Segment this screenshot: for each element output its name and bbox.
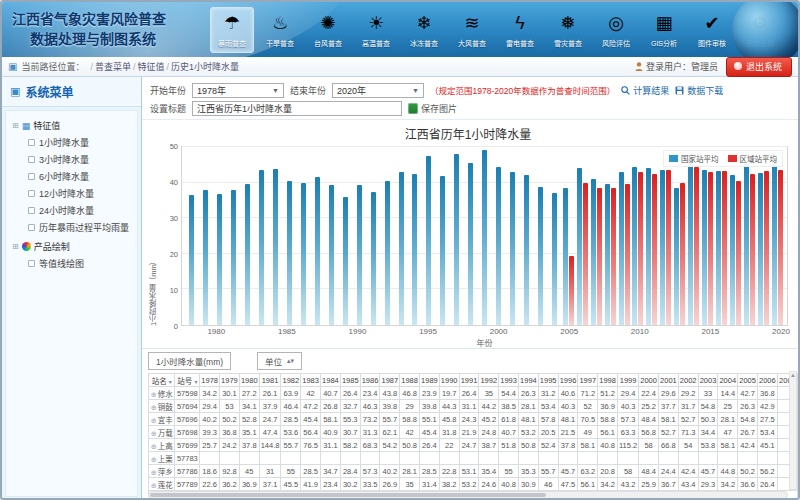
bar-regional-2016[interactable] — [722, 171, 727, 325]
table-row-57699[interactable]: ⊕上高5769925.724.237.8144.855.776.531.158.… — [149, 439, 798, 452]
bar-regional-2012[interactable] — [666, 170, 671, 325]
bar-national-1993[interactable] — [399, 172, 404, 325]
tree-item-0-1[interactable]: 3小时降水量 — [10, 151, 133, 168]
col-header-year-1987[interactable]: 1987 — [380, 374, 400, 387]
tree-item-0-0[interactable]: 1小时降水量 — [10, 134, 133, 151]
toolbar-item-high-temp[interactable]: ☀高温普查 — [354, 7, 398, 53]
toolbar-item-snow[interactable]: ❅雪灾普查 — [546, 7, 590, 53]
toolbar-item-gis[interactable]: ▦GIS分析 — [642, 7, 686, 53]
table-row-57698[interactable]: ⊕万载5769839.336.835.147.453.656.440.930.7… — [149, 426, 798, 439]
col-header-year-1978[interactable]: 1978 — [200, 374, 220, 387]
bar-national-2017[interactable] — [730, 175, 735, 325]
col-header-year-2006[interactable]: 2006 — [757, 374, 777, 387]
vertical-scrollbar[interactable]: ▲ — [789, 371, 797, 490]
bar-national-2009[interactable] — [619, 172, 624, 325]
bar-regional-2007[interactable] — [597, 188, 602, 325]
bar-national-2020[interactable] — [772, 158, 777, 325]
col-header-year-1992[interactable]: 1992 — [479, 374, 499, 387]
bar-national-2002[interactable] — [524, 175, 529, 325]
station-name-cell[interactable]: ⊕修水 — [149, 387, 175, 400]
col-header-station-id[interactable]: 站号 ▾ — [175, 374, 200, 387]
bar-national-1999[interactable] — [482, 150, 487, 326]
bar-national-2007[interactable] — [591, 179, 596, 325]
bar-regional-2006[interactable] — [583, 183, 588, 325]
bar-national-1995[interactable] — [426, 156, 431, 325]
expand-row-icon[interactable]: ⊕ — [151, 456, 157, 463]
bar-regional-2017[interactable] — [736, 181, 741, 325]
bar-national-1980[interactable] — [217, 194, 222, 325]
calc-result-button[interactable]: 计算结果 — [621, 84, 669, 97]
toolbar-item-wind[interactable]: ≋大风普查 — [450, 7, 494, 53]
bar-national-2008[interactable] — [605, 184, 610, 325]
bar-national-2019[interactable] — [758, 173, 763, 325]
bar-national-1997[interactable] — [454, 154, 459, 325]
bar-national-1989[interactable] — [343, 197, 348, 325]
checkbox-icon[interactable] — [28, 207, 35, 214]
col-header-year-1980[interactable]: 1980 — [239, 374, 259, 387]
precip-type-filter[interactable]: 1小时降水量(mm) — [148, 352, 231, 370]
col-header-year-1985[interactable]: 1985 — [340, 374, 360, 387]
checkbox-icon[interactable] — [28, 260, 35, 267]
chart-title-input[interactable] — [192, 101, 402, 116]
bar-national-1990[interactable] — [357, 185, 362, 325]
table-row-57789[interactable]: ⊕莲花5778922.636.236.937.145.541.923.430.2… — [149, 478, 798, 491]
bar-national-1996[interactable] — [440, 176, 445, 325]
col-header-year-1984[interactable]: 1984 — [321, 374, 341, 387]
bar-national-1981[interactable] — [231, 190, 236, 325]
col-header-year-2005[interactable]: 2005 — [738, 374, 758, 387]
bar-national-1984[interactable] — [273, 169, 278, 325]
expand-row-icon[interactable]: ⊕ — [151, 417, 157, 424]
col-header-year-2000[interactable]: 2000 — [639, 374, 659, 387]
col-header-year-1996[interactable]: 1996 — [558, 374, 578, 387]
col-header-year-1986[interactable]: 1986 — [360, 374, 380, 387]
unit-filter[interactable]: 单位 ▴▾ — [257, 352, 302, 370]
expand-row-icon[interactable]: ⊕ — [151, 482, 157, 489]
bar-national-2001[interactable] — [510, 172, 515, 325]
expand-row-icon[interactable]: ⊕ — [151, 391, 157, 398]
bar-national-2018[interactable] — [744, 163, 749, 325]
bar-national-1988[interactable] — [329, 185, 334, 325]
bar-national-2016[interactable] — [716, 171, 721, 325]
bar-national-1994[interactable] — [412, 174, 417, 325]
col-header-year-1993[interactable]: 1993 — [499, 374, 519, 387]
save-image-button[interactable]: 保存图片 — [408, 102, 457, 115]
bar-regional-2018[interactable] — [750, 174, 755, 325]
bar-regional-2014[interactable] — [694, 167, 699, 325]
expand-icon[interactable]: ⊞ — [12, 242, 19, 251]
bar-national-1979[interactable] — [203, 190, 208, 325]
expand-row-icon[interactable]: ⊕ — [151, 443, 157, 450]
table-row-57694[interactable]: ⊕铜鼓5769429.45334.137.946.447.226.832.746… — [149, 400, 798, 413]
toolbar-item-rainstorm[interactable]: ☂暴雨普查 — [210, 7, 254, 53]
bar-national-2012[interactable] — [660, 170, 665, 325]
expand-icon[interactable]: ⊞ — [12, 121, 19, 130]
tree-item-0-2[interactable]: 6小时降水量 — [10, 168, 133, 185]
station-name-cell[interactable]: ⊕铜鼓 — [149, 400, 175, 413]
table-row-57696[interactable]: ⊕宜丰5769640.250.252.824.728.545.458.155.3… — [149, 413, 798, 426]
end-year-select[interactable]: 2020年▼ — [332, 83, 424, 98]
breadcrumb-item[interactable]: 普查菜单 — [95, 62, 131, 72]
col-header-year-1983[interactable]: 1983 — [301, 374, 321, 387]
breadcrumb-item[interactable]: 特征值 — [138, 62, 165, 72]
bar-national-2014[interactable] — [688, 159, 693, 325]
bar-national-2011[interactable] — [646, 168, 651, 325]
horizontal-scrollbar[interactable] — [148, 491, 788, 499]
sort-icon[interactable]: ▾ — [169, 379, 172, 385]
toolbar-item-freeze[interactable]: ❄冰冻普查 — [402, 7, 446, 53]
bar-national-2010[interactable] — [632, 167, 637, 325]
station-name-cell[interactable]: ⊕莲花 — [149, 478, 175, 491]
col-header-year-1997[interactable]: 1997 — [578, 374, 598, 387]
bar-regional-2013[interactable] — [680, 183, 685, 325]
toolbar-item-risk[interactable]: ◎风险评估 — [594, 7, 638, 53]
table-row-57598[interactable]: ⊕修水5759834.230.127.226.163.94240.726.423… — [149, 387, 798, 400]
sort-icon[interactable]: ▾ — [194, 379, 197, 385]
bar-national-2003[interactable] — [538, 187, 543, 325]
bar-regional-2020[interactable] — [778, 170, 783, 325]
bar-national-1986[interactable] — [301, 183, 306, 325]
col-header-year-1988[interactable]: 1988 — [400, 374, 420, 387]
expand-row-icon[interactable]: ⊕ — [151, 430, 157, 437]
exit-system-button[interactable]: 退出系统 — [726, 57, 792, 77]
table-row-57786[interactable]: ⊕萍乡5778618.692.845315528.534.728.457.340… — [149, 465, 798, 478]
col-header-year-2002[interactable]: 2002 — [678, 374, 698, 387]
checkbox-icon[interactable] — [28, 156, 35, 163]
col-header-year-1989[interactable]: 1989 — [420, 374, 440, 387]
